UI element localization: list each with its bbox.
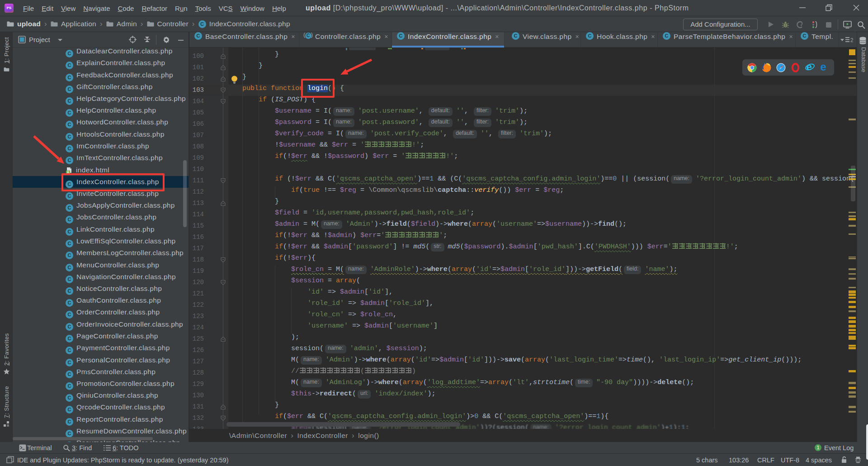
svg-text:2: 2 bbox=[850, 37, 853, 43]
